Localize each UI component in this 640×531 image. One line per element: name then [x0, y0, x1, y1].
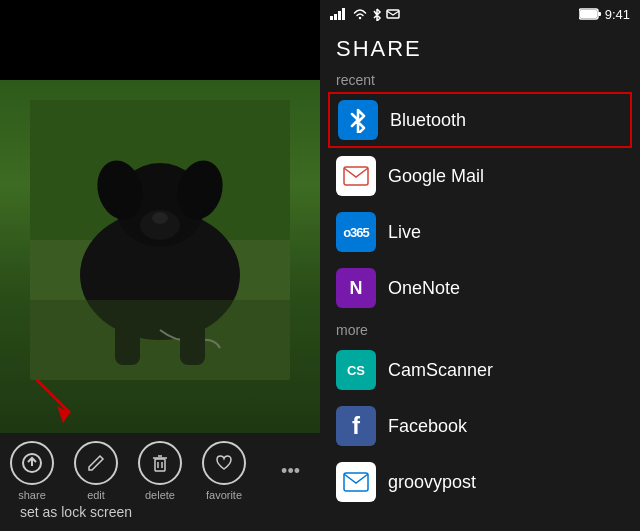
left-panel: share edit	[0, 0, 320, 531]
svg-rect-19	[330, 16, 333, 20]
groovypost-item[interactable]: groovypost	[320, 454, 640, 510]
bluetooth-item[interactable]: Bluetooth	[328, 92, 632, 148]
share-tool[interactable]: share	[10, 441, 54, 501]
status-left	[330, 7, 400, 21]
groovypost-app-icon	[336, 462, 376, 502]
status-bar: 9:41	[320, 0, 640, 28]
svg-point-7	[152, 212, 168, 224]
delete-tool[interactable]: delete	[138, 441, 182, 501]
svg-rect-22	[342, 8, 345, 20]
svg-rect-21	[338, 11, 341, 20]
photo-area	[0, 80, 320, 433]
gmail-name: Google Mail	[388, 166, 484, 187]
delete-label: delete	[145, 489, 175, 501]
onenote-name: OneNote	[388, 278, 460, 299]
camscanner-app-icon: CS	[336, 350, 376, 390]
live-name: Live	[388, 222, 421, 243]
favorite-label: favorite	[206, 489, 242, 501]
onenote-app-icon: N	[336, 268, 376, 308]
favorite-tool[interactable]: favorite	[202, 441, 246, 501]
edit-icon	[74, 441, 118, 485]
bluetooth-app-icon	[338, 100, 378, 140]
svg-rect-10	[30, 300, 290, 380]
svg-rect-26	[598, 12, 601, 16]
svg-rect-23	[387, 10, 399, 18]
svg-rect-14	[155, 459, 165, 471]
svg-rect-27	[344, 167, 368, 185]
bluetooth-status-icon	[372, 7, 382, 21]
svg-line-11	[35, 378, 70, 413]
onenote-item[interactable]: N OneNote	[320, 260, 640, 316]
lock-screen-text: set as lock screen	[10, 496, 142, 524]
favorite-icon	[202, 441, 246, 485]
dog-silhouette	[30, 100, 290, 380]
wifi-icon	[352, 8, 368, 20]
recent-section-label: recent	[320, 66, 640, 92]
delete-icon	[138, 441, 182, 485]
share-header: SHARE	[320, 28, 640, 66]
edit-tool[interactable]: edit	[74, 441, 118, 501]
facebook-item[interactable]: f Facebook	[320, 398, 640, 454]
gmail-app-icon	[336, 156, 376, 196]
groovypost-name: groovypost	[388, 472, 476, 493]
bluetooth-name: Bluetooth	[390, 110, 466, 131]
facebook-app-icon: f	[336, 406, 376, 446]
status-right: 9:41	[579, 7, 630, 22]
notification-icon	[386, 8, 400, 20]
signal-icon	[330, 8, 348, 20]
toolbar: share edit	[0, 433, 320, 531]
more-button[interactable]: •••	[281, 461, 300, 482]
svg-rect-25	[580, 10, 597, 18]
battery-icon	[579, 8, 601, 20]
right-panel: 9:41 SHARE recent Bluetooth Google Mail …	[320, 0, 640, 531]
svg-rect-20	[334, 14, 337, 20]
live-item[interactable]: o365 Live	[320, 204, 640, 260]
live-app-icon: o365	[336, 212, 376, 252]
more-section-label: more	[320, 316, 640, 342]
google-mail-item[interactable]: Google Mail	[320, 148, 640, 204]
toolbar-icons: share edit	[0, 441, 320, 501]
time-display: 9:41	[605, 7, 630, 22]
share-icon	[10, 441, 54, 485]
svg-rect-28	[344, 473, 368, 491]
camscanner-name: CamScanner	[388, 360, 493, 381]
camscanner-item[interactable]: CS CamScanner	[320, 342, 640, 398]
facebook-name: Facebook	[388, 416, 467, 437]
